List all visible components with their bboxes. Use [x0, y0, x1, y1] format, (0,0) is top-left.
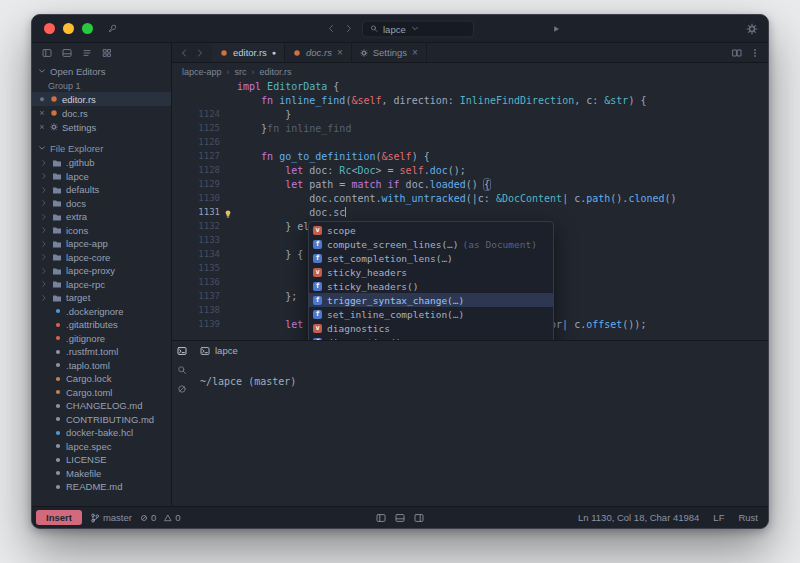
code-line[interactable]: 1125 }fn inline_find [172, 123, 768, 137]
completion-item[interactable]: ftrigger_syntax_change(…) [309, 293, 553, 307]
folder-icon [52, 252, 62, 262]
open-editor-item[interactable]: ×doc.rs [32, 106, 171, 120]
entry-name: .dockerignore [66, 306, 124, 317]
tab-Settings[interactable]: Settings× [352, 43, 427, 62]
wrench-icon[interactable] [107, 24, 117, 34]
outline-panel-icon[interactable] [82, 48, 92, 58]
completion-item[interactable]: vdiagnostics [309, 321, 553, 335]
tab-editor.rs[interactable]: editor.rs● [212, 43, 285, 62]
cursor-position[interactable]: Ln 1130, Col 18, Char 41984 [578, 512, 699, 523]
split-editor-icon[interactable] [732, 48, 742, 58]
tree-item[interactable]: .dockerignore [32, 305, 171, 319]
tree-item[interactable]: CHANGELOG.md [32, 399, 171, 413]
tree-item[interactable]: target [32, 291, 171, 305]
tree-item[interactable]: lapce-rpc [32, 278, 171, 292]
code-line[interactable]: 1126 [172, 137, 768, 151]
completion-item[interactable]: vsticky_headers [309, 265, 553, 279]
tab-back-icon[interactable] [179, 48, 189, 58]
back-icon[interactable] [326, 24, 336, 34]
modified-dot-icon[interactable]: ● [38, 92, 46, 106]
tree-item[interactable]: lapce [32, 170, 171, 184]
settings-gear-icon[interactable] [746, 23, 758, 35]
error-count[interactable]: 0 [140, 512, 156, 523]
tree-item[interactable]: .rustfmt.toml [32, 345, 171, 359]
command-palette[interactable]: lapce [362, 20, 474, 37]
code-line[interactable]: 1130 doc.content.with_untracked(|c: &Doc… [172, 193, 768, 207]
open-editor-item[interactable]: ●editor.rs [32, 92, 171, 106]
terminal-tab-label[interactable]: lapce [215, 345, 238, 356]
close-icon[interactable]: × [38, 106, 46, 120]
sticky-line[interactable]: impl EditorData { [172, 81, 768, 95]
toggle-bottom-panel-icon[interactable] [395, 513, 405, 523]
tree-item[interactable]: icons [32, 224, 171, 238]
tree-item[interactable]: docs [32, 197, 171, 211]
sidebar-toolbar [32, 43, 171, 63]
zoom-window-button[interactable] [82, 23, 93, 34]
tree-item[interactable]: README.md [32, 480, 171, 494]
branch-indicator[interactable]: master [90, 512, 132, 523]
breadcrumb-item[interactable]: lapce-app [182, 67, 222, 77]
tree-item[interactable]: LICENSE [32, 453, 171, 467]
tab-doc.rs[interactable]: doc.rs× [285, 43, 352, 62]
tree-item[interactable]: Makefile [32, 467, 171, 481]
close-icon[interactable]: × [412, 48, 418, 58]
tab-forward-icon[interactable] [195, 48, 205, 58]
completion-item[interactable]: fcompute_screen_lines(…)(as Document) [309, 237, 553, 251]
plugins-panel-icon[interactable] [102, 48, 112, 58]
terminal-panel-icon[interactable] [177, 346, 187, 356]
code-line[interactable]: 1127 fn go_to_definition(&self) { [172, 151, 768, 165]
language-mode[interactable]: Rust [738, 512, 758, 523]
tree-item[interactable]: lapce-core [32, 251, 171, 265]
completion-item[interactable]: fdiagnostics() [309, 335, 553, 340]
tree-item[interactable]: docker-bake.hcl [32, 426, 171, 440]
open-editors-header[interactable]: Open Editors [32, 63, 171, 79]
tree-item[interactable]: lapce-proxy [32, 264, 171, 278]
breadcrumb-item[interactable]: src [235, 67, 247, 77]
tree-item[interactable]: lapce-app [32, 237, 171, 251]
bottom-panel-icon[interactable] [62, 48, 72, 58]
tree-item[interactable]: Cargo.lock [32, 372, 171, 386]
completion-item[interactable]: vscope [309, 223, 553, 237]
sticky-line[interactable]: fn inline_find(&self, direction: InlineF… [172, 95, 768, 109]
code-line[interactable]: 1129 let path = match if doc.loaded() { [172, 179, 768, 193]
tree-item[interactable]: Cargo.toml [32, 386, 171, 400]
line-number: 1130 [172, 193, 220, 207]
breadcrumb-item[interactable]: editor.rs [260, 67, 292, 77]
tree-item[interactable]: lapce.spec [32, 440, 171, 454]
run-icon[interactable] [551, 24, 561, 34]
file-explorer-header[interactable]: File Explorer [32, 140, 171, 156]
tree-item[interactable]: extra [32, 210, 171, 224]
tree-item[interactable]: CONTRIBUTING.md [32, 413, 171, 427]
tree-item[interactable]: .github [32, 156, 171, 170]
terminal-prompt[interactable]: ~/lapce (master) [192, 360, 768, 387]
tree-item[interactable]: defaults [32, 183, 171, 197]
forward-icon[interactable] [344, 24, 354, 34]
explorer-panel-icon[interactable] [42, 48, 52, 58]
tree-item[interactable]: .gitignore [32, 332, 171, 346]
close-icon[interactable]: × [38, 120, 46, 134]
close-icon[interactable]: × [337, 48, 343, 58]
tree-item[interactable]: .gitattributes [32, 318, 171, 332]
problems-panel-icon[interactable] [177, 384, 187, 394]
open-editor-item[interactable]: ×Settings [32, 120, 171, 134]
toggle-left-panel-icon[interactable] [376, 513, 386, 523]
lightbulb-icon[interactable] [223, 209, 233, 219]
warning-count[interactable]: 0 [164, 512, 180, 523]
search-panel-icon[interactable] [177, 365, 187, 375]
more-actions-icon[interactable] [750, 48, 760, 58]
tree-item[interactable]: .taplo.toml [32, 359, 171, 373]
code-line[interactable]: 1124 } [172, 109, 768, 123]
line-ending[interactable]: LF [713, 512, 724, 523]
code-line[interactable]: 1131 doc.sc [172, 207, 768, 221]
toml-icon [54, 361, 62, 369]
completion-item[interactable]: fset_completion_lens(…) [309, 251, 553, 265]
editor-group-label: Group 1 [32, 79, 171, 92]
close-window-button[interactable] [44, 23, 55, 34]
code-line[interactable]: 1128 let doc: Rc<Doc> = self.doc(); [172, 165, 768, 179]
mode-badge[interactable]: Insert [36, 510, 82, 525]
toggle-right-panel-icon[interactable] [414, 513, 424, 523]
minimize-window-button[interactable] [63, 23, 74, 34]
code-editor[interactable]: impl EditorData { fn inline_find(&self, … [172, 80, 768, 340]
completion-item[interactable]: fsticky_headers() [309, 279, 553, 293]
completion-item[interactable]: fset_inline_completion(…) [309, 307, 553, 321]
